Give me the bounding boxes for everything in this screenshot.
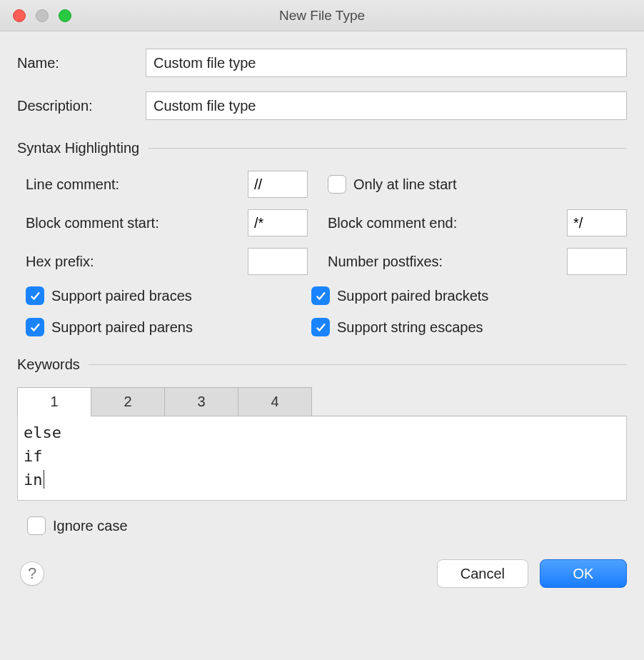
keywords-tabs: 1 2 3 4 <box>17 387 627 416</box>
support-escapes-label: Support string escapes <box>337 319 483 336</box>
hex-prefix-label: Hex prefix: <box>26 254 248 270</box>
hex-prefix-input[interactable] <box>248 248 308 275</box>
traffic-lights <box>0 9 71 22</box>
number-postfixes-label: Number postfixes: <box>328 254 567 270</box>
keywords-section-title: Keywords <box>17 356 80 373</box>
only-at-line-start-checkbox[interactable] <box>328 175 346 194</box>
tab-4[interactable]: 4 <box>238 387 312 416</box>
ignore-case-checkbox[interactable] <box>27 516 46 535</box>
text-cursor <box>44 470 44 489</box>
number-postfixes-input[interactable] <box>567 248 627 275</box>
block-comment-start-label: Block comment start: <box>26 215 248 231</box>
titlebar: New File Type <box>0 0 644 31</box>
ignore-case-label: Ignore case <box>53 518 128 534</box>
block-comment-start-input[interactable] <box>248 209 308 236</box>
divider <box>89 364 627 365</box>
tab-2[interactable]: 2 <box>91 387 165 416</box>
help-button[interactable]: ? <box>20 561 44 586</box>
divider <box>148 148 627 149</box>
support-brackets-checkbox[interactable] <box>311 286 330 305</box>
support-parens-checkbox[interactable] <box>26 318 44 336</box>
support-parens-label: Support paired parens <box>51 319 193 336</box>
keywords-content: else if in <box>24 424 61 489</box>
support-brackets-label: Support paired brackets <box>337 288 488 304</box>
ok-button[interactable]: OK <box>540 559 627 588</box>
maximize-window-button[interactable] <box>59 9 71 22</box>
support-braces-label: Support paired braces <box>51 288 192 304</box>
block-comment-end-input[interactable] <box>567 209 627 236</box>
name-input[interactable] <box>146 49 627 77</box>
close-window-button[interactable] <box>13 9 26 22</box>
syntax-section-title: Syntax Highlighting <box>17 140 139 156</box>
description-input[interactable] <box>146 91 627 120</box>
minimize-window-button[interactable] <box>36 9 49 22</box>
keywords-textarea[interactable]: else if in <box>17 416 627 501</box>
tab-3[interactable]: 3 <box>164 387 238 416</box>
only-at-line-start-label: Only at line start <box>353 176 457 193</box>
name-label: Name: <box>17 55 146 71</box>
line-comment-label: Line comment: <box>26 176 248 193</box>
cancel-button[interactable]: Cancel <box>437 559 528 588</box>
tab-1[interactable]: 1 <box>17 387 91 416</box>
line-comment-input[interactable] <box>248 171 308 198</box>
window-title: New File Type <box>0 8 644 24</box>
description-label: Description: <box>17 98 146 114</box>
support-escapes-checkbox[interactable] <box>311 318 330 336</box>
block-comment-end-label: Block comment end: <box>328 215 567 231</box>
support-braces-checkbox[interactable] <box>26 286 44 305</box>
